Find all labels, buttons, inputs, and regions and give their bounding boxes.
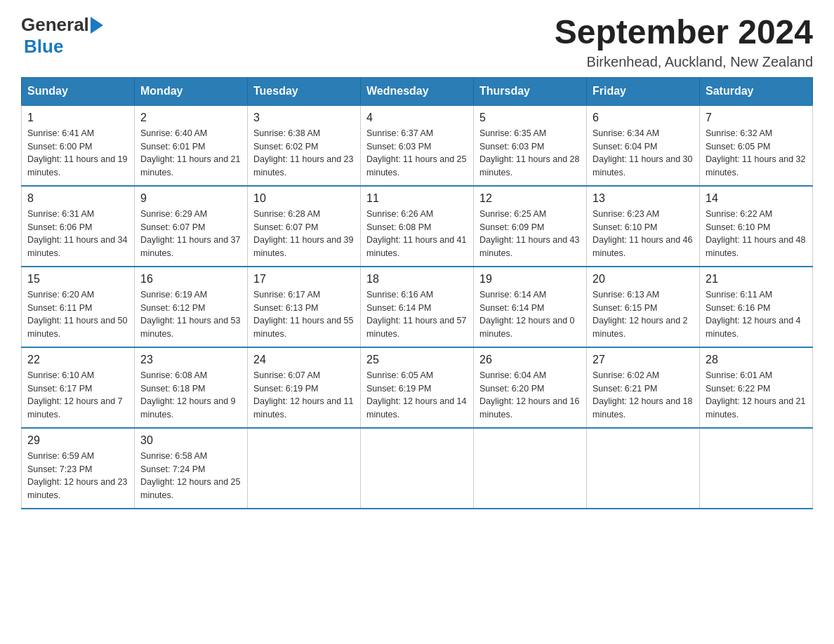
header-thursday: Thursday xyxy=(474,77,587,105)
calendar-cell: 6 Sunrise: 6:34 AM Sunset: 6:04 PM Dayli… xyxy=(587,105,700,186)
calendar-cell: 26 Sunrise: 6:04 AM Sunset: 6:20 PM Dayl… xyxy=(474,347,587,428)
calendar-cell: 23 Sunrise: 6:08 AM Sunset: 6:18 PM Dayl… xyxy=(135,347,248,428)
calendar-table: Sunday Monday Tuesday Wednesday Thursday… xyxy=(21,77,813,509)
calendar-cell: 7 Sunrise: 6:32 AM Sunset: 6:05 PM Dayli… xyxy=(700,105,813,186)
day-number: 9 xyxy=(140,192,241,205)
day-number: 18 xyxy=(366,273,468,286)
day-info: Sunrise: 6:31 AM Sunset: 6:06 PM Dayligh… xyxy=(27,208,128,260)
day-info: Sunrise: 6:08 AM Sunset: 6:18 PM Dayligh… xyxy=(140,369,241,422)
calendar-cell: 30 Sunrise: 6:58 AM Sunset: 7:24 PM Dayl… xyxy=(135,428,248,509)
day-number: 2 xyxy=(140,112,241,124)
day-number: 20 xyxy=(593,273,694,286)
day-number: 4 xyxy=(366,112,468,124)
day-info: Sunrise: 6:11 AM Sunset: 6:16 PM Dayligh… xyxy=(706,288,807,341)
day-info: Sunrise: 6:17 AM Sunset: 6:13 PM Dayligh… xyxy=(253,288,355,341)
calendar-week-3: 15 Sunrise: 6:20 AM Sunset: 6:11 PM Dayl… xyxy=(22,267,813,347)
day-number: 29 xyxy=(27,434,128,447)
header-sunday: Sunday xyxy=(22,77,135,105)
calendar-cell xyxy=(700,428,813,509)
day-number: 25 xyxy=(366,354,468,366)
day-info: Sunrise: 6:19 AM Sunset: 6:12 PM Dayligh… xyxy=(140,288,241,341)
header-tuesday: Tuesday xyxy=(248,77,361,105)
day-number: 14 xyxy=(706,192,807,205)
day-info: Sunrise: 6:28 AM Sunset: 6:07 PM Dayligh… xyxy=(253,208,355,260)
day-number: 22 xyxy=(27,354,128,366)
calendar-cell: 15 Sunrise: 6:20 AM Sunset: 6:11 PM Dayl… xyxy=(22,267,135,347)
day-number: 8 xyxy=(27,192,128,205)
logo-blue: Blue xyxy=(24,36,63,57)
day-info: Sunrise: 6:16 AM Sunset: 6:14 PM Dayligh… xyxy=(366,288,468,341)
calendar-cell: 27 Sunrise: 6:02 AM Sunset: 6:21 PM Dayl… xyxy=(587,347,700,428)
calendar-cell: 8 Sunrise: 6:31 AM Sunset: 6:06 PM Dayli… xyxy=(22,186,135,267)
day-number: 21 xyxy=(706,273,807,286)
logo: General Blue xyxy=(21,14,103,58)
calendar-cell: 17 Sunrise: 6:17 AM Sunset: 6:13 PM Dayl… xyxy=(248,267,361,347)
calendar-cell: 3 Sunrise: 6:38 AM Sunset: 6:02 PM Dayli… xyxy=(248,105,361,186)
header-saturday: Saturday xyxy=(700,77,813,105)
day-number: 7 xyxy=(706,112,807,124)
header-monday: Monday xyxy=(135,77,248,105)
calendar-cell: 1 Sunrise: 6:41 AM Sunset: 6:00 PM Dayli… xyxy=(22,105,135,186)
day-number: 23 xyxy=(140,354,241,366)
calendar-cell: 13 Sunrise: 6:23 AM Sunset: 6:10 PM Dayl… xyxy=(587,186,700,267)
day-info: Sunrise: 6:20 AM Sunset: 6:11 PM Dayligh… xyxy=(27,288,128,341)
day-number: 30 xyxy=(140,434,241,447)
day-info: Sunrise: 6:26 AM Sunset: 6:08 PM Dayligh… xyxy=(366,208,468,260)
calendar-cell: 12 Sunrise: 6:25 AM Sunset: 6:09 PM Dayl… xyxy=(474,186,587,267)
day-info: Sunrise: 6:32 AM Sunset: 6:05 PM Dayligh… xyxy=(706,127,807,180)
calendar-cell: 22 Sunrise: 6:10 AM Sunset: 6:17 PM Dayl… xyxy=(22,347,135,428)
day-info: Sunrise: 6:01 AM Sunset: 6:22 PM Dayligh… xyxy=(706,369,807,422)
calendar-cell: 11 Sunrise: 6:26 AM Sunset: 6:08 PM Dayl… xyxy=(361,186,474,267)
calendar-cell: 2 Sunrise: 6:40 AM Sunset: 6:01 PM Dayli… xyxy=(135,105,248,186)
day-number: 19 xyxy=(479,273,581,286)
weekday-header-row: Sunday Monday Tuesday Wednesday Thursday… xyxy=(22,77,813,105)
day-info: Sunrise: 6:05 AM Sunset: 6:19 PM Dayligh… xyxy=(366,369,468,422)
day-number: 10 xyxy=(253,192,355,205)
day-number: 16 xyxy=(140,273,241,286)
calendar-cell: 24 Sunrise: 6:07 AM Sunset: 6:19 PM Dayl… xyxy=(248,347,361,428)
day-info: Sunrise: 6:29 AM Sunset: 6:07 PM Dayligh… xyxy=(140,208,241,260)
header-wednesday: Wednesday xyxy=(361,77,474,105)
day-info: Sunrise: 6:02 AM Sunset: 6:21 PM Dayligh… xyxy=(593,369,694,422)
day-number: 11 xyxy=(366,192,468,205)
day-number: 26 xyxy=(479,354,581,366)
day-info: Sunrise: 6:41 AM Sunset: 6:00 PM Dayligh… xyxy=(27,127,128,180)
calendar-cell: 20 Sunrise: 6:13 AM Sunset: 6:15 PM Dayl… xyxy=(587,267,700,347)
day-info: Sunrise: 6:25 AM Sunset: 6:09 PM Dayligh… xyxy=(479,208,581,260)
day-number: 15 xyxy=(27,273,128,286)
day-info: Sunrise: 6:35 AM Sunset: 6:03 PM Dayligh… xyxy=(479,127,581,180)
calendar-cell: 14 Sunrise: 6:22 AM Sunset: 6:10 PM Dayl… xyxy=(700,186,813,267)
calendar-cell xyxy=(474,428,587,509)
calendar-cell: 25 Sunrise: 6:05 AM Sunset: 6:19 PM Dayl… xyxy=(361,347,474,428)
day-info: Sunrise: 6:59 AM Sunset: 7:23 PM Dayligh… xyxy=(27,450,128,502)
calendar-cell: 21 Sunrise: 6:11 AM Sunset: 6:16 PM Dayl… xyxy=(700,267,813,347)
day-info: Sunrise: 6:07 AM Sunset: 6:19 PM Dayligh… xyxy=(253,369,355,422)
day-number: 12 xyxy=(479,192,581,205)
month-title: September 2024 xyxy=(555,14,813,51)
calendar-cell xyxy=(587,428,700,509)
day-number: 27 xyxy=(593,354,694,366)
logo-general: General xyxy=(21,14,89,36)
logo-triangle-icon xyxy=(91,17,103,34)
day-info: Sunrise: 6:04 AM Sunset: 6:20 PM Dayligh… xyxy=(479,369,581,422)
day-info: Sunrise: 6:40 AM Sunset: 6:01 PM Dayligh… xyxy=(140,127,241,180)
header-friday: Friday xyxy=(587,77,700,105)
calendar-cell: 16 Sunrise: 6:19 AM Sunset: 6:12 PM Dayl… xyxy=(135,267,248,347)
calendar-cell xyxy=(361,428,474,509)
calendar-cell: 9 Sunrise: 6:29 AM Sunset: 6:07 PM Dayli… xyxy=(135,186,248,267)
day-info: Sunrise: 6:13 AM Sunset: 6:15 PM Dayligh… xyxy=(593,288,694,341)
day-info: Sunrise: 6:38 AM Sunset: 6:02 PM Dayligh… xyxy=(253,127,355,180)
calendar-week-5: 29 Sunrise: 6:59 AM Sunset: 7:23 PM Dayl… xyxy=(22,428,813,509)
title-block: September 2024 Birkenhead, Auckland, New… xyxy=(555,14,813,70)
day-info: Sunrise: 6:34 AM Sunset: 6:04 PM Dayligh… xyxy=(593,127,694,180)
calendar-cell: 19 Sunrise: 6:14 AM Sunset: 6:14 PM Dayl… xyxy=(474,267,587,347)
day-number: 17 xyxy=(253,273,355,286)
calendar-cell: 18 Sunrise: 6:16 AM Sunset: 6:14 PM Dayl… xyxy=(361,267,474,347)
calendar-week-1: 1 Sunrise: 6:41 AM Sunset: 6:00 PM Dayli… xyxy=(22,105,813,186)
day-info: Sunrise: 6:58 AM Sunset: 7:24 PM Dayligh… xyxy=(140,450,241,502)
day-info: Sunrise: 6:14 AM Sunset: 6:14 PM Dayligh… xyxy=(479,288,581,341)
day-number: 28 xyxy=(706,354,807,366)
location: Birkenhead, Auckland, New Zealand xyxy=(555,54,813,70)
day-number: 6 xyxy=(593,112,694,124)
calendar-cell xyxy=(248,428,361,509)
